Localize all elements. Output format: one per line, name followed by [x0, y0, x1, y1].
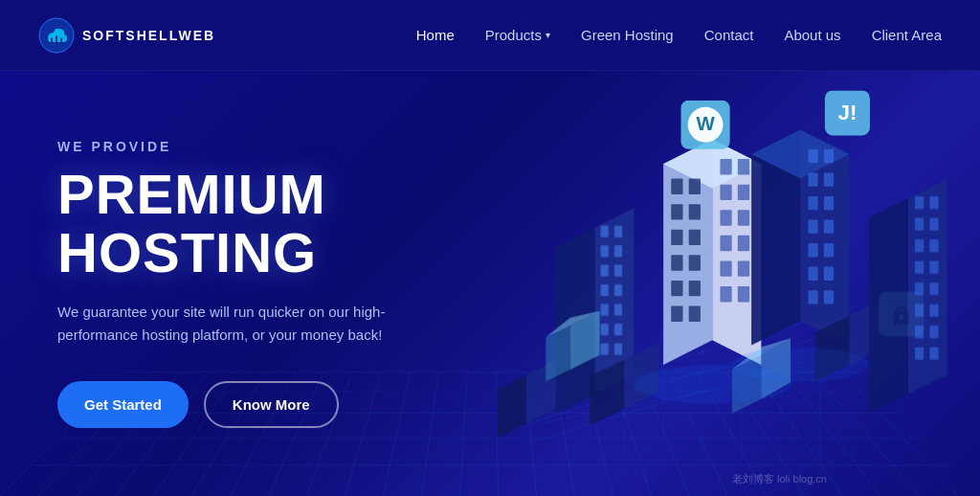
nav-item-products[interactable]: Products ▾: [485, 27, 550, 43]
svg-rect-48: [824, 172, 834, 186]
svg-rect-33: [671, 255, 682, 270]
svg-rect-66: [601, 245, 609, 257]
svg-marker-79: [497, 374, 526, 438]
svg-point-117: [732, 347, 869, 382]
svg-rect-64: [601, 226, 609, 237]
svg-rect-115: [929, 347, 938, 359]
svg-rect-57: [808, 290, 817, 304]
svg-rect-24: [738, 260, 749, 276]
svg-rect-26: [738, 286, 749, 302]
hero-subtitle: WE PROVIDE: [57, 139, 402, 154]
svg-rect-105: [929, 239, 938, 252]
svg-rect-53: [808, 243, 817, 257]
svg-rect-101: [929, 196, 938, 209]
svg-rect-100: [915, 196, 924, 209]
svg-rect-32: [689, 230, 701, 245]
cloud-logo-icon: [38, 17, 75, 54]
get-started-button[interactable]: Get Started: [57, 381, 189, 428]
svg-rect-34: [689, 255, 701, 270]
svg-rect-15: [720, 159, 731, 174]
svg-rect-28: [689, 179, 701, 194]
svg-rect-75: [614, 324, 622, 335]
svg-rect-112: [915, 326, 924, 338]
hero-title: PREMIUM HOSTING: [57, 166, 402, 282]
svg-rect-30: [689, 204, 701, 219]
nav-item-about[interactable]: About us: [784, 27, 840, 44]
svg-rect-35: [671, 281, 682, 296]
navbar: SoftShellWeb Home Products ▾ Green Hosti…: [0, 0, 980, 71]
svg-rect-107: [929, 260, 938, 273]
nav-item-contact[interactable]: Contact: [704, 27, 754, 44]
svg-rect-31: [671, 230, 682, 245]
svg-rect-46: [824, 149, 834, 163]
svg-rect-36: [689, 281, 701, 296]
svg-rect-17: [720, 185, 731, 200]
svg-rect-23: [720, 260, 731, 276]
svg-text:J!: J!: [837, 101, 857, 124]
svg-rect-20: [738, 210, 749, 225]
nav-item-green-hosting[interactable]: Green Hosting: [581, 27, 674, 44]
chevron-down-icon: ▾: [546, 30, 550, 40]
svg-rect-114: [915, 347, 924, 359]
svg-marker-98: [869, 198, 908, 414]
svg-rect-104: [915, 239, 924, 252]
hero-buttons: Get Started Know More: [57, 381, 402, 428]
svg-rect-111: [929, 304, 938, 316]
svg-rect-109: [929, 282, 938, 295]
watermark: 老刘博客 loli blog.cn: [732, 472, 827, 486]
isometric-scene-svg: W J!: [425, 71, 980, 496]
svg-rect-113: [929, 326, 938, 338]
svg-rect-77: [614, 343, 622, 354]
svg-marker-97: [908, 179, 947, 395]
svg-rect-72: [601, 304, 609, 315]
svg-rect-50: [824, 196, 834, 210]
svg-rect-69: [614, 265, 622, 277]
svg-rect-27: [671, 179, 682, 194]
hero-illustration: W J!: [425, 71, 980, 496]
hero-section: WE PROVIDE PREMIUM HOSTING We guarantee …: [0, 71, 980, 496]
svg-rect-51: [808, 220, 817, 234]
svg-rect-71: [614, 284, 622, 296]
svg-rect-54: [824, 243, 834, 257]
svg-rect-49: [808, 196, 817, 210]
nav-links: Home Products ▾ Green Hosting Contact Ab…: [416, 27, 942, 44]
svg-rect-68: [601, 265, 609, 277]
svg-rect-18: [738, 185, 749, 200]
svg-rect-102: [915, 217, 924, 230]
svg-rect-73: [614, 304, 622, 315]
svg-rect-58: [824, 290, 834, 304]
svg-rect-22: [738, 236, 749, 251]
svg-rect-65: [614, 226, 622, 237]
svg-rect-19: [720, 210, 731, 225]
svg-rect-55: [808, 267, 817, 281]
svg-rect-110: [915, 304, 924, 316]
know-more-button[interactable]: Know More: [204, 381, 339, 428]
svg-rect-67: [614, 245, 622, 257]
svg-rect-52: [824, 220, 834, 234]
logo-text: SoftShellWeb: [82, 28, 215, 43]
hero-description: We guarantee your site will run quicker …: [57, 301, 402, 347]
svg-rect-38: [689, 306, 701, 322]
logo[interactable]: SoftShellWeb: [38, 17, 215, 54]
svg-rect-103: [929, 217, 938, 230]
svg-rect-25: [720, 286, 731, 302]
svg-rect-76: [601, 343, 609, 354]
svg-rect-106: [915, 260, 924, 273]
svg-rect-56: [824, 267, 834, 281]
svg-rect-29: [671, 204, 682, 219]
svg-rect-47: [808, 172, 817, 186]
nav-item-home[interactable]: Home: [416, 27, 455, 44]
svg-rect-45: [808, 149, 817, 163]
svg-rect-74: [601, 324, 609, 335]
svg-rect-108: [915, 282, 924, 295]
svg-rect-37: [671, 306, 682, 322]
svg-rect-21: [720, 236, 731, 251]
svg-rect-70: [601, 284, 609, 296]
nav-item-client-area[interactable]: Client Area: [872, 27, 942, 44]
hero-content: WE PROVIDE PREMIUM HOSTING We guarantee …: [0, 139, 459, 429]
svg-text:W: W: [696, 112, 715, 134]
svg-rect-16: [738, 159, 749, 174]
